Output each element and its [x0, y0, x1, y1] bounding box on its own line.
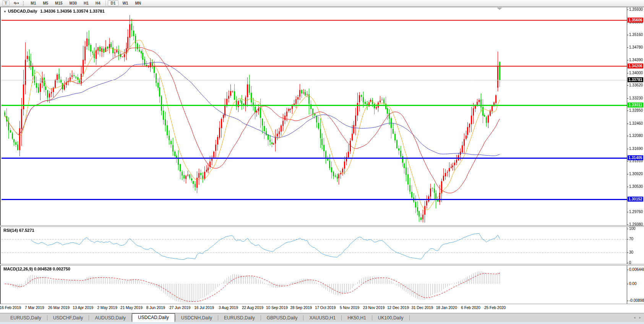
chart-shift-marker-icon[interactable]	[497, 8, 502, 10]
price-tick-label: 1.30530	[629, 184, 643, 189]
chart-tab-hk50[interactable]: HK50,H1	[342, 314, 372, 322]
price-tick-label: 1.35160	[629, 33, 643, 37]
chart-tab-usdcad[interactable]: USDCAD,Daily	[132, 313, 175, 322]
rsi-label: RSI(14) 67.5271	[3, 228, 34, 233]
tabs-scroll-right-icon[interactable]: ▸	[639, 316, 641, 319]
date-label: 16 Jul 2019	[194, 306, 214, 310]
current-price-badge: 1.33781	[628, 77, 643, 82]
macd-label: MACD(12,26,9) 0.004528 0.002750	[3, 267, 70, 271]
hline-price-badge: 1.33011	[628, 103, 643, 107]
date-label: 23 Nov 2019	[363, 306, 385, 310]
chart-tab-audusd[interactable]: AUDUSD,Daily	[89, 314, 131, 322]
date-label: 8 Jun 2019	[146, 306, 165, 310]
price-tick-label: 1.32460	[629, 121, 643, 125]
chart-tab-eurusd[interactable]: EURUSD,Daily	[5, 314, 47, 322]
date-label: 21 May 2019	[120, 306, 143, 310]
price-tick-label: 1.32080	[629, 134, 643, 138]
chart-symbol-label: USDCAD,Daily	[8, 9, 37, 13]
rsi-tick-label: 30	[629, 250, 633, 254]
timeframe-button-m15[interactable]: M15	[52, 0, 65, 6]
date-label: 28 Sep 2019	[290, 306, 312, 310]
price-tick-label: 1.31690	[629, 147, 643, 151]
top-toolbar: T ⇄ ▾ M1M5M15M30H1H4D1W1MN	[0, 0, 644, 7]
price-tick-label: 1.29380	[629, 222, 643, 226]
timeframe-button-m30[interactable]: M30	[67, 0, 80, 6]
timeframe-button-d1[interactable]: D1	[108, 0, 119, 6]
trading-terminal: T ⇄ ▾ M1M5M15M30H1H4D1W1MN ▼USDCAD,Daily…	[0, 0, 644, 324]
chart-quote-ohlc: 1.34336 1.34356 1.33574 1.33781	[40, 9, 104, 13]
bottom-strip	[0, 322, 644, 324]
rsi-tick-label: 70	[629, 237, 633, 241]
toolbar-grip	[23, 1, 25, 6]
rsi-axis[interactable]: 10070300	[627, 227, 644, 264]
timeframe-button-w1[interactable]: W1	[119, 0, 131, 6]
price-axis[interactable]: 1.359301.355501.351601.347801.343901.340…	[627, 7, 644, 225]
date-label: 27 Jun 2019	[169, 306, 190, 310]
date-label: 18 Jan 2020	[436, 306, 457, 310]
price-tick-label: 1.33620	[629, 83, 643, 87]
macd-tick-label: 0.00	[629, 282, 636, 286]
date-label: 2 May 2019	[97, 306, 117, 310]
collapse-arrow-icon[interactable]: ▼	[3, 10, 6, 13]
price-tick-label: 1.32850	[629, 108, 643, 112]
date-label: 10 Sep 2019	[266, 306, 288, 310]
timeframe-button-h1[interactable]: H1	[81, 0, 92, 6]
tabs-scroll-left-icon[interactable]: ◂	[634, 316, 636, 319]
price-tick-label: 1.29760	[629, 210, 643, 214]
timeframe-button-m1[interactable]: M1	[28, 0, 39, 6]
macd-tick-label: -0.008982	[629, 298, 644, 303]
hline-price-badge: 1.30152	[628, 197, 643, 202]
timeframe-button-h4[interactable]: H4	[92, 0, 104, 6]
chart-tab-gbpusd[interactable]: GBPUSD,Daily	[261, 314, 303, 322]
price-tick-label: 1.30920	[629, 172, 643, 176]
price-tick-label: 1.33230	[629, 96, 643, 100]
tab-scroll-arrows: ◂ ▸	[634, 316, 641, 319]
price-tick-label: 1.34780	[629, 45, 643, 49]
price-tick-label: 1.34390	[629, 58, 643, 62]
timeframe-button-group: M1M5M15M30H1H4D1W1MN	[27, 0, 144, 6]
rsi-chart-canvas[interactable]	[2, 227, 628, 264]
hline-price-badge: 1.35606	[628, 18, 643, 23]
date-label: 31 Dec 2019	[411, 306, 433, 310]
date-label: 25 Feb 2020	[484, 306, 506, 310]
chart-title: ▼USDCAD,Daily1.34336 1.34356 1.33574 1.3…	[3, 9, 105, 13]
rsi-tick-label: 0	[629, 261, 631, 265]
macd-axis[interactable]: 0.0064480.00-0.008982	[627, 265, 644, 304]
main-chart-panel: ▼USDCAD,Daily1.34336 1.34356 1.33574 1.3…	[0, 7, 644, 226]
chart-tab-usdcnh[interactable]: USDCNH,Daily	[175, 314, 218, 322]
timeframe-button-mn[interactable]: MN	[132, 0, 144, 6]
chart-tab-usdchf[interactable]: USDCHF,Daily	[47, 314, 89, 322]
arrange-windows-button[interactable]: ⇄ ▾	[11, 0, 21, 6]
tab-separator	[409, 315, 410, 321]
macd-chart-canvas[interactable]	[2, 265, 628, 303]
time-axis[interactable]: 16 Feb 20197 Mar 201926 Mar 201913 Apr 2…	[0, 304, 644, 313]
date-label: 17 Oct 2019	[315, 306, 336, 310]
chart-tab-uk100[interactable]: UK100,Daily	[372, 314, 409, 322]
date-label: 22 Aug 2019	[242, 306, 263, 310]
price-tick-label: 1.35930	[629, 7, 643, 11]
rsi-panel: RSI(14) 67.5271 10070300	[0, 226, 644, 264]
chart-tab-xauusd[interactable]: XAUUSD,H1	[303, 314, 341, 322]
chart-tabs-bar: EURUSD,DailyUSDCHF,DailyAUDUSD,DailyUSDC…	[0, 313, 644, 322]
hline-price-badge: 1.31405	[628, 155, 643, 160]
chart-tab-eurusd[interactable]: EURUSD,Daily	[218, 314, 261, 322]
toolbar-separator	[105, 1, 106, 6]
text-tool-button[interactable]: T	[2, 0, 10, 6]
date-label: 13 Apr 2019	[73, 306, 93, 310]
date-label: 6 Feb 2020	[461, 306, 480, 310]
macd-panel: MACD(12,26,9) 0.004528 0.002750 0.006448…	[0, 265, 644, 304]
macd-tick-label: 0.006448	[629, 267, 644, 272]
date-label: 26 Mar 2019	[48, 306, 70, 310]
rsi-tick-label: 100	[629, 226, 636, 231]
timeframe-button-m5[interactable]: M5	[40, 0, 51, 6]
candlestick-chart-canvas[interactable]	[2, 7, 628, 225]
price-tick-label: 1.34000	[629, 71, 643, 75]
date-label: 3 Aug 2019	[219, 306, 238, 310]
date-label: 5 Nov 2019	[340, 306, 359, 310]
date-label: 12 Dec 2019	[387, 306, 409, 310]
date-label: 16 Feb 2019	[0, 306, 21, 310]
hline-price-badge: 1.34206	[628, 63, 643, 68]
dropdown-caret-icon: ▾	[17, 1, 19, 6]
date-label: 7 Mar 2019	[25, 306, 44, 310]
